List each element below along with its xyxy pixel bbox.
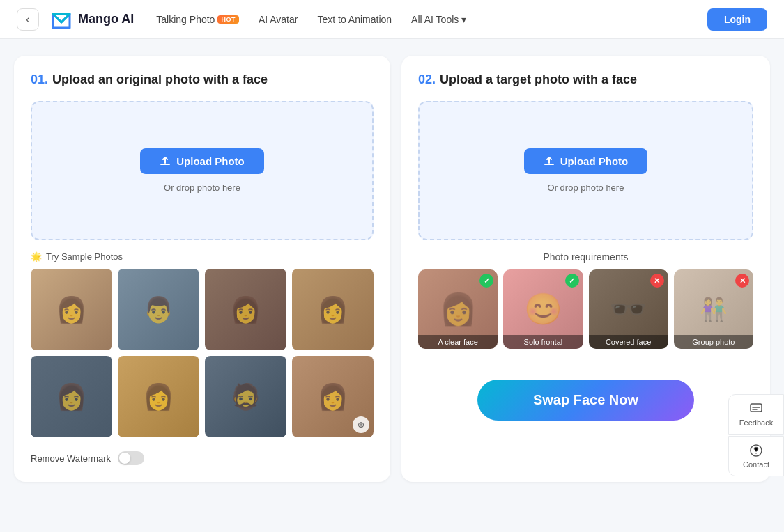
nav-talking-photo[interactable]: Talking Photo HOT	[156, 14, 239, 25]
toggle-thumb	[119, 453, 130, 464]
req-badge-ok-2: ✓	[565, 274, 579, 288]
sample-photo-5[interactable]: 👩	[31, 356, 112, 437]
swap-face-button[interactable]: Swap Face Now	[477, 380, 694, 421]
req-clear-face: 👩 ✓ A clear face	[418, 269, 498, 349]
nav-all-tools[interactable]: All AI Tools ▾	[411, 14, 466, 25]
left-section-title: 01. Upload an original photo with a face	[31, 72, 374, 87]
sample-photo-6[interactable]: 👩	[118, 356, 199, 437]
req-covered-face: 🕶️ ✕ Covered face	[589, 269, 668, 349]
swap-button-container: Swap Face Now	[418, 366, 753, 421]
sample-photo-7[interactable]: 🧔	[205, 356, 286, 437]
watermark-label: Remove Watermark	[31, 453, 111, 464]
contact-icon	[749, 444, 763, 457]
req-label-4: Group photo	[674, 335, 753, 349]
right-upload-zone[interactable]: Upload Photo Or drop photo here	[418, 101, 753, 240]
req-label-3: Covered face	[589, 335, 668, 349]
nav-text-animation[interactable]: Text to Animation	[317, 14, 392, 25]
feedback-button[interactable]: Feedback	[728, 394, 784, 435]
photo-requirements-label: Photo requirements	[418, 251, 753, 263]
sample-photo-1[interactable]: 👩	[31, 269, 112, 350]
right-step-num: 02.	[418, 72, 436, 87]
upload-icon	[160, 156, 171, 167]
svg-marker-1	[53, 14, 70, 22]
sample-photo-2[interactable]: 👨	[118, 269, 199, 350]
sample-photos-label: 🌟 Try Sample Photos	[31, 251, 374, 262]
scroll-icon: ⊕	[353, 416, 369, 433]
right-drop-text: Or drop photo here	[548, 182, 624, 193]
hot-badge: HOT	[217, 15, 239, 24]
main-nav: Talking Photo HOT AI Avatar Text to Anim…	[156, 14, 707, 25]
watermark-toggle[interactable]	[118, 451, 144, 465]
left-title-text: Upload an original photo with a face	[52, 72, 268, 87]
req-badge-no-1: ✕	[650, 274, 664, 288]
left-drop-text: Or drop photo here	[164, 182, 240, 193]
right-section-title: 02. Upload a target photo with a face	[418, 72, 753, 87]
upload-icon-right	[544, 156, 555, 167]
logo-icon	[50, 8, 72, 31]
sample-photo-4[interactable]: 👩	[292, 269, 374, 350]
back-button[interactable]: ‹	[17, 8, 39, 31]
sample-photo-3[interactable]: 👩	[205, 269, 286, 350]
header: ‹ Mango AI Talking Photo HOT AI Avatar T…	[0, 0, 784, 39]
right-title-text: Upload a target photo with a face	[440, 72, 637, 87]
req-label-1: A clear face	[418, 335, 498, 349]
float-buttons: Feedback Contact	[728, 394, 784, 476]
right-upload-button[interactable]: Upload Photo	[524, 148, 648, 174]
requirements-grid: 👩 ✓ A clear face 😊 ✓ Solo frontal 🕶️ ✕ C…	[418, 269, 753, 349]
right-panel: 02. Upload a target photo with a face Up…	[401, 56, 770, 482]
sample-photo-8[interactable]: 👩 ⊕	[292, 356, 374, 437]
req-solo-frontal: 😊 ✓ Solo frontal	[503, 269, 583, 349]
req-label-2: Solo frontal	[503, 335, 583, 349]
nav-ai-avatar[interactable]: AI Avatar	[259, 14, 298, 25]
req-badge-no-2: ✕	[735, 274, 749, 288]
watermark-row: Remove Watermark	[31, 451, 374, 465]
feedback-icon	[749, 402, 763, 416]
login-button[interactable]: Login	[707, 8, 767, 31]
main-content: 01. Upload an original photo with a face…	[0, 39, 784, 499]
sample-photo-grid: 👩 👨 👩 👩 👩 👩 🧔 👩 ⊕	[31, 269, 374, 437]
left-step-num: 01.	[31, 72, 48, 87]
left-panel: 01. Upload an original photo with a face…	[14, 56, 390, 482]
contact-button[interactable]: Contact	[728, 436, 784, 476]
logo-text: Mango AI	[78, 12, 134, 26]
svg-point-4	[755, 453, 757, 454]
req-group-photo: 👫 ✕ Group photo	[674, 269, 753, 349]
left-upload-zone[interactable]: Upload Photo Or drop photo here	[31, 101, 374, 240]
logo: Mango AI	[50, 8, 134, 31]
left-upload-button[interactable]: Upload Photo	[140, 148, 264, 174]
